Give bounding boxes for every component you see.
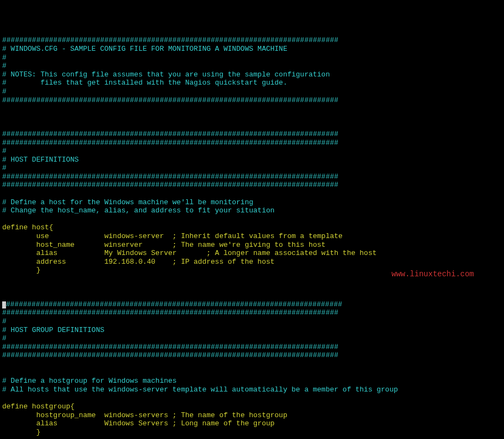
- hostgroup-alias-comment: ; Long name of the group: [172, 419, 274, 428]
- hostgroup-name-value: windows-servers: [104, 411, 172, 419]
- host-use-key: use: [2, 232, 104, 240]
- comment-line: ########################################…: [2, 130, 338, 138]
- comment-line: # Define a hostgroup for Windows machine…: [2, 377, 177, 385]
- host-use-value: windows-server: [104, 232, 172, 240]
- comment-line: # HOST GROUP DEFINITIONS: [2, 326, 104, 334]
- define-hostgroup-open: define hostgroup{: [2, 402, 75, 411]
- define-host-open: define host{: [2, 223, 53, 232]
- hostgroup-name-comment: ; The name of the hostgroup: [172, 411, 287, 419]
- comment-line: ########################################…: [2, 181, 338, 189]
- comment-line: ########################################…: [2, 139, 338, 147]
- terminal-content: ########################################…: [2, 36, 502, 439]
- comment-line: #: [2, 54, 7, 62]
- hostgroup-alias-value: Windows Servers: [104, 419, 172, 428]
- comment-line: #: [2, 147, 7, 155]
- comment-line: # WINDOWS.CFG - SAMPLE CONFIG FILE FOR M…: [2, 45, 287, 53]
- comment-line: #: [2, 87, 7, 96]
- host-name-comment: ; The name we're giving to this host: [172, 241, 326, 249]
- comment-line: # files that get installed with the Nagi…: [2, 79, 287, 87]
- comment-line: ########################################…: [2, 96, 338, 104]
- comment-line: ########################################…: [6, 300, 342, 309]
- comment-line: # HOST DEFINITIONS: [2, 156, 79, 164]
- host-name-key: host_name: [2, 241, 104, 249]
- comment-line: ########################################…: [2, 36, 338, 44]
- comment-line: ########################################…: [2, 351, 338, 359]
- host-name-value: winserver: [104, 241, 172, 249]
- host-alias-comment: ; A longer name associated with the host: [206, 249, 376, 257]
- comment-line: ########################################…: [2, 343, 338, 351]
- hostgroup-name-key: hostgroup_name: [2, 411, 104, 419]
- hostgroup-alias-key: alias: [2, 419, 104, 428]
- host-address-comment: ; IP address of the host: [172, 258, 274, 266]
- define-host-close: }: [2, 266, 40, 274]
- comment-line: # NOTES: This config file assumes that y…: [2, 70, 330, 79]
- host-alias-value: My Windows Server: [104, 249, 206, 257]
- host-address-value: 192.168.0.40: [104, 258, 172, 266]
- comment-line: #: [2, 62, 7, 70]
- comment-line: #: [2, 334, 7, 342]
- comment-line: ########################################…: [2, 173, 338, 181]
- comment-line: # Change the host_name, alias, and addre…: [2, 206, 274, 215]
- watermark-text: www.linuxtechi.com: [392, 270, 474, 279]
- comment-line: #: [2, 164, 7, 172]
- comment-line: ########################################…: [2, 309, 338, 317]
- host-address-key: address: [2, 258, 104, 266]
- comment-line: #: [2, 317, 7, 325]
- host-alias-key: alias: [2, 249, 104, 257]
- cursor: [2, 301, 6, 309]
- host-use-comment: ; Inherit default values from a template: [172, 232, 343, 240]
- define-hostgroup-close: }: [2, 428, 40, 436]
- comment-line: # Define a host for the Windows machine …: [2, 198, 253, 206]
- comment-line: # All hosts that use the windows-server …: [2, 385, 398, 394]
